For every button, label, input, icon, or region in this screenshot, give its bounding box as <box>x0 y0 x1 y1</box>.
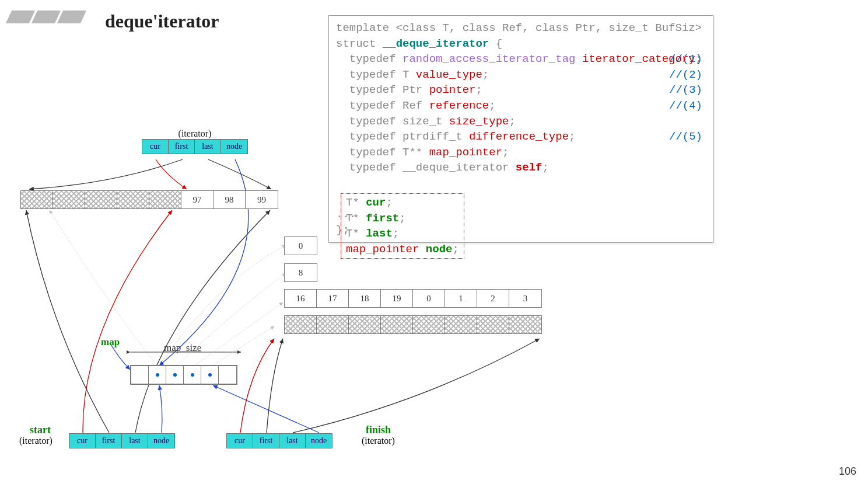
code-template-line: template <class T, class Ref, class Ptr,… <box>336 22 702 34</box>
iter-field-last: last <box>195 140 221 154</box>
iter-field-first: first <box>169 140 195 154</box>
start-sublabel: (iterator) <box>19 436 52 446</box>
map-label: map <box>101 336 120 348</box>
comment-1: //(1) <box>669 51 702 67</box>
iter-field-cur: cur <box>142 140 169 154</box>
buffer-2-row: 16 17 18 19 0 1 2 3 <box>284 289 542 308</box>
map-size-label: map_size <box>164 342 201 354</box>
start-iterator: cur first last node <box>69 433 175 448</box>
comment-3: //(3) <box>669 82 702 98</box>
buffer-1: 97 98 99 <box>20 190 278 209</box>
header-decor-bars <box>9 11 83 23</box>
comment-4: //(4) <box>669 98 702 114</box>
map-array <box>130 365 237 385</box>
finish-label: finish <box>366 424 391 436</box>
iter-field-node: node <box>221 140 247 154</box>
deque-diagram: (iterator) cur first last node 97 98 99 … <box>15 128 545 455</box>
page-title: deque'iterator <box>105 11 219 32</box>
comment-2: //(2) <box>669 67 702 83</box>
top-iterator: (iterator) cur first last node <box>142 128 248 154</box>
iterator-label: (iterator) <box>142 128 248 139</box>
buffer-3 <box>284 315 542 334</box>
comment-5: //(5) <box>669 129 702 145</box>
start-label: start <box>30 424 51 436</box>
page-number: 106 <box>839 465 856 478</box>
finish-sublabel: (iterator) <box>362 436 395 446</box>
struct-name: __deque_iterator <box>383 37 489 50</box>
finish-iterator: cur first last node <box>226 433 332 448</box>
buffer-2-column: 0 8 <box>284 236 317 282</box>
